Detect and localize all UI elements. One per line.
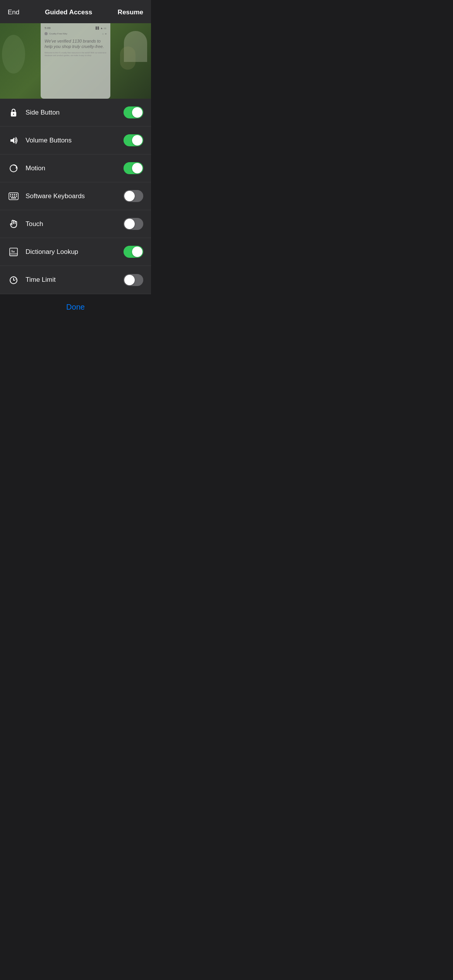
screenshot-status-icons: ▋▋ ▲ ▭ <box>96 27 106 30</box>
svg-rect-9 <box>10 195 11 197</box>
top-bar: End Guided Access Resume <box>0 0 151 23</box>
svg-rect-13 <box>11 197 16 199</box>
bg-decoration-left <box>2 35 25 74</box>
software-keyboards-toggle[interactable] <box>124 190 143 202</box>
volume-buttons-toggle[interactable] <box>124 134 143 146</box>
touch-label: Touch <box>26 220 124 228</box>
time-limit-icon <box>8 274 19 286</box>
volume-icon <box>8 135 19 146</box>
toggle-knob <box>124 275 135 285</box>
side-button-toggle[interactable] <box>124 106 143 118</box>
svg-rect-8 <box>16 194 17 195</box>
toggle-knob <box>132 107 142 118</box>
svg-rect-7 <box>14 194 15 195</box>
svg-rect-6 <box>12 194 13 195</box>
settings-item-motion[interactable]: Motion <box>0 154 151 182</box>
motion-toggle[interactable] <box>124 162 143 174</box>
keyboard-icon <box>8 190 19 202</box>
software-keyboards-label: Software Keyboards <box>26 192 124 200</box>
toggle-knob <box>124 191 135 201</box>
screenshot-statusbar: 5:09 ▋▋ ▲ ▭ <box>45 26 106 30</box>
phone-screenshot-preview: 5:09 ▋▋ ▲ ▭ Cruelty-Free Kitty ○ ≡ We've… <box>41 23 110 99</box>
screenshot-headline: We've verified 1130 brands to help you s… <box>45 38 106 50</box>
svg-rect-5 <box>10 194 11 195</box>
svg-marker-2 <box>10 137 14 144</box>
settings-list: Side Button Volume Buttons Motion <box>0 99 151 294</box>
signal-icon: ▋▋ <box>96 27 100 30</box>
screenshot-body: Welcome to the #1 cruelty-free resource … <box>45 51 106 57</box>
resume-button[interactable]: Resume <box>118 9 143 16</box>
toggle-knob <box>124 219 135 229</box>
svg-rect-10 <box>12 195 13 197</box>
settings-item-software-keyboards[interactable]: Software Keyboards <box>0 182 151 210</box>
screenshot-logo <box>45 32 48 35</box>
menu-icon: ≡ <box>105 33 106 35</box>
svg-rect-12 <box>16 195 17 197</box>
settings-item-time-limit[interactable]: Time Limit <box>0 266 151 294</box>
toggle-knob <box>132 247 142 257</box>
toggle-knob <box>132 163 142 173</box>
settings-item-volume-buttons[interactable]: Volume Buttons <box>0 127 151 154</box>
time-limit-label: Time Limit <box>26 276 124 284</box>
screenshot-nav: Cruelty-Free Kitty ○ ≡ <box>45 32 106 35</box>
battery-icon: ▭ <box>104 27 106 30</box>
end-button[interactable]: End <box>8 9 19 16</box>
time-limit-toggle[interactable] <box>124 274 143 286</box>
settings-item-dictionary-lookup[interactable]: Aa Dictionary Lookup <box>0 238 151 266</box>
motion-label: Motion <box>26 164 124 172</box>
touch-icon <box>8 218 19 230</box>
motion-icon <box>8 163 19 174</box>
touch-toggle[interactable] <box>124 218 143 230</box>
settings-item-touch[interactable]: Touch <box>0 210 151 238</box>
done-button[interactable]: Done <box>66 303 85 312</box>
screenshot-brand: Cruelty-Free Kitty <box>49 33 101 35</box>
lock-icon <box>8 107 19 118</box>
svg-point-1 <box>13 113 14 115</box>
preview-area: 5:09 ▋▋ ▲ ▭ Cruelty-Free Kitty ○ ≡ We've… <box>0 23 151 99</box>
volume-buttons-label: Volume Buttons <box>26 137 124 144</box>
bg-decoration-2 <box>120 46 136 70</box>
screenshot-nav-icons: ○ ≡ <box>102 33 106 35</box>
settings-item-side-button[interactable]: Side Button <box>0 99 151 127</box>
svg-rect-11 <box>14 195 15 197</box>
toggle-knob <box>132 135 142 146</box>
screenshot-time: 5:09 <box>45 26 51 30</box>
search-icon: ○ <box>102 33 104 35</box>
dictionary-icon: Aa <box>8 246 19 258</box>
svg-text:Aa: Aa <box>11 250 15 253</box>
wifi-icon: ▲ <box>100 27 103 29</box>
side-button-label: Side Button <box>26 109 124 117</box>
dictionary-lookup-label: Dictionary Lookup <box>26 248 124 256</box>
dictionary-lookup-toggle[interactable] <box>124 246 143 258</box>
page-title: Guided Access <box>45 9 92 16</box>
done-bar: Done <box>0 294 151 320</box>
